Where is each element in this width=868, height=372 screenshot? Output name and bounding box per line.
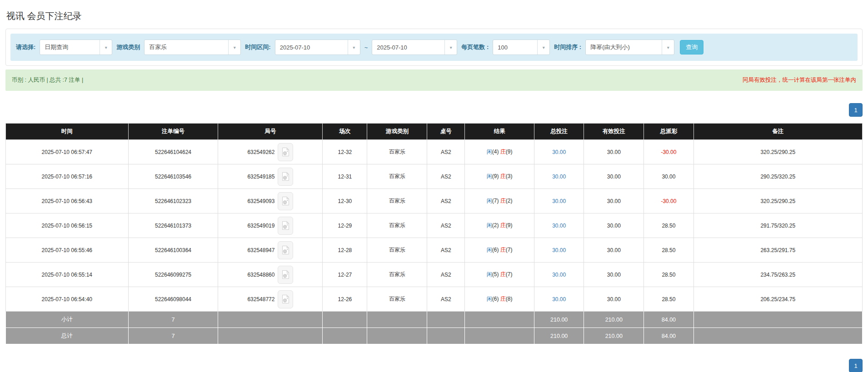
chevron-down-icon[interactable]: ▾ bbox=[662, 40, 674, 55]
cell-total-bet[interactable]: 30.00 bbox=[534, 287, 584, 312]
result-player-score: (6) bbox=[492, 247, 499, 253]
column-header: 有效投注 bbox=[584, 124, 644, 140]
date-from-input[interactable]: 2025-07-10 ▾ bbox=[275, 40, 360, 55]
page-size-label: 每页笔数 : bbox=[461, 43, 489, 51]
total-payout: 84.00 bbox=[644, 328, 693, 344]
cell-game-type: 百家乐 bbox=[367, 263, 427, 287]
chevron-down-icon[interactable]: ▾ bbox=[444, 40, 457, 55]
video-playback-button[interactable] bbox=[278, 143, 293, 161]
result-player-label: 闲 bbox=[487, 149, 492, 155]
game-type-label: 游戏类别 bbox=[116, 43, 140, 51]
round-number: 632549093 bbox=[247, 198, 274, 204]
cell-bet-id: 522646102323 bbox=[128, 189, 218, 213]
subtotal-label: 小计 bbox=[6, 312, 129, 328]
cell-total-bet[interactable]: 30.00 bbox=[534, 164, 584, 189]
cell-time: 2025-07-10 06:56:15 bbox=[6, 213, 129, 238]
round-number: 632549185 bbox=[247, 174, 274, 180]
page-size-value: 100 bbox=[493, 44, 537, 51]
total-count: 7 bbox=[128, 328, 218, 344]
game-type-select[interactable]: 百家乐 ▾ bbox=[144, 40, 241, 55]
cell-total-bet[interactable]: 30.00 bbox=[534, 140, 584, 164]
round-number: 632549262 bbox=[247, 149, 274, 155]
pagination-top: 1 bbox=[5, 103, 863, 117]
cell-result: 闲(2) 庄(9) bbox=[465, 213, 534, 238]
page-1-button[interactable]: 1 bbox=[849, 359, 863, 372]
column-header: 桌号 bbox=[427, 124, 465, 140]
cell-time: 2025-07-10 06:55:14 bbox=[6, 263, 129, 287]
round-number: 632548772 bbox=[247, 296, 274, 303]
cell-remark: 290.25/320.25 bbox=[693, 164, 862, 189]
table-header-row: 时间注单编号局号场次游戏类别桌号结果总投注有效投注总派彩备注 bbox=[6, 124, 863, 140]
cell-payout: 30.00 bbox=[644, 164, 693, 189]
summary-bar: 币别 : 人民币 | 总共 :7 注单 | 同局有效投注，统一计算在该局第一张注… bbox=[5, 69, 863, 91]
video-playback-button[interactable] bbox=[278, 266, 293, 284]
cell-total-bet[interactable]: 30.00 bbox=[534, 189, 584, 213]
grand-total-row: 总计 7 210.00 210.00 84.00 bbox=[6, 328, 863, 344]
cell-result: 闲(6) 庄(7) bbox=[465, 238, 534, 263]
result-player-score: (5) bbox=[492, 271, 499, 278]
cell-table-no: AS2 bbox=[427, 213, 465, 238]
search-button[interactable]: 查询 bbox=[680, 40, 703, 55]
date-range-separator: ~ bbox=[364, 44, 368, 51]
result-player-score: (4) bbox=[492, 149, 499, 155]
date-to-input[interactable]: 2025-07-10 ▾ bbox=[372, 40, 457, 55]
result-banker-score: (7) bbox=[506, 247, 513, 253]
chevron-down-icon[interactable]: ▾ bbox=[537, 40, 549, 55]
result-banker-label: 庄 bbox=[500, 198, 506, 204]
chevron-down-icon[interactable]: ▾ bbox=[228, 40, 240, 55]
cell-bet-id: 522646098044 bbox=[128, 287, 218, 312]
cell-session: 12-26 bbox=[323, 287, 367, 312]
result-banker-score: (9) bbox=[506, 222, 513, 228]
filter-bar: 请选择: 日期查询 ▾ 游戏类别 百家乐 ▾ 时间区间: 2025-07-10 … bbox=[10, 34, 858, 61]
result-banker-score: (2) bbox=[506, 198, 513, 204]
column-header: 注单编号 bbox=[128, 124, 218, 140]
cell-total-bet[interactable]: 30.00 bbox=[534, 263, 584, 287]
video-file-icon bbox=[282, 147, 289, 157]
cell-time: 2025-07-10 06:54:40 bbox=[6, 287, 129, 312]
column-header: 时间 bbox=[6, 124, 129, 140]
result-player-label: 闲 bbox=[487, 173, 492, 179]
cell-result: 闲(6) 庄(8) bbox=[465, 287, 534, 312]
video-playback-button[interactable] bbox=[278, 290, 293, 308]
subtotal-total-bet: 210.00 bbox=[534, 312, 584, 328]
cell-remark: 206.25/234.75 bbox=[693, 287, 862, 312]
result-player-label: 闲 bbox=[487, 271, 492, 278]
total-total-bet: 210.00 bbox=[534, 328, 584, 344]
table-footer: 小计 7 210.00 210.00 84.00 总计 7 210.00 210… bbox=[6, 312, 863, 344]
cell-bet-id: 522646099275 bbox=[128, 263, 218, 287]
video-playback-button[interactable] bbox=[278, 192, 293, 210]
video-playback-button[interactable] bbox=[278, 241, 293, 259]
video-playback-button[interactable] bbox=[278, 168, 293, 186]
cell-valid-bet: 30.00 bbox=[584, 213, 644, 238]
currency-total-text: 币别 : 人民币 | 总共 :7 注单 | bbox=[12, 76, 83, 84]
cell-session: 12-27 bbox=[323, 263, 367, 287]
cell-result: 闲(9) 庄(3) bbox=[465, 164, 534, 189]
result-player-score: (2) bbox=[492, 222, 499, 228]
page-1-button[interactable]: 1 bbox=[849, 103, 863, 117]
cell-payout: 28.50 bbox=[644, 238, 693, 263]
column-header: 局号 bbox=[218, 124, 323, 140]
result-banker-label: 庄 bbox=[500, 271, 506, 278]
time-sort-value: 降幂(由大到小) bbox=[586, 43, 662, 51]
query-mode-select[interactable]: 日期查询 ▾ bbox=[40, 40, 112, 55]
chevron-down-icon[interactable]: ▾ bbox=[100, 40, 112, 55]
result-player-label: 闲 bbox=[487, 222, 492, 228]
column-header: 结果 bbox=[465, 124, 534, 140]
table-row: 2025-07-10 06:54:40 522646098044 6325487… bbox=[6, 287, 863, 312]
date-range-label: 时间区间: bbox=[245, 43, 270, 51]
video-file-icon bbox=[282, 172, 289, 181]
cell-payout: 28.50 bbox=[644, 213, 693, 238]
video-playback-button[interactable] bbox=[278, 217, 293, 235]
result-player-score: (7) bbox=[492, 198, 499, 204]
chevron-down-icon[interactable]: ▾ bbox=[348, 40, 360, 55]
page-size-select[interactable]: 100 ▾ bbox=[493, 40, 550, 55]
cell-total-bet[interactable]: 30.00 bbox=[534, 238, 584, 263]
time-sort-select[interactable]: 降幂(由大到小) ▾ bbox=[585, 40, 674, 55]
video-file-icon bbox=[282, 196, 289, 206]
video-file-icon bbox=[282, 221, 289, 230]
round-number: 632548860 bbox=[247, 272, 274, 278]
date-to-value: 2025-07-10 bbox=[372, 44, 444, 51]
cell-total-bet[interactable]: 30.00 bbox=[534, 213, 584, 238]
filter-panel: 请选择: 日期查询 ▾ 游戏类别 百家乐 ▾ 时间区间: 2025-07-10 … bbox=[5, 29, 863, 66]
pagination-bottom: 1 bbox=[5, 359, 863, 372]
